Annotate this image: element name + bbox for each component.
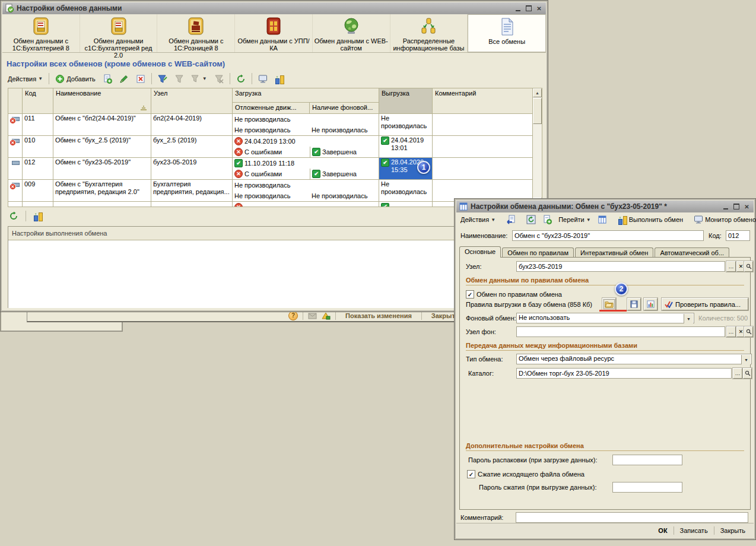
table-row[interactable]: ✕ 011 Обмен с "бп2(24-04-2019)" бп2(24-0… [8,114,542,136]
header-comment[interactable]: Комментарий [433,88,532,113]
goto-menu-button[interactable]: Перейти▼ [556,215,593,224]
catalog-select-button[interactable]: … [733,368,742,379]
tab-main[interactable]: Основные [459,246,501,258]
close-button[interactable]: ✕ [742,203,751,211]
show-changes-button[interactable]: Показать изменения [341,312,417,319]
compress-password-input[interactable] [612,482,682,493]
code-input[interactable] [726,230,750,241]
launcher-label: Обмен данными с УПП/КА [235,37,312,52]
reread-button[interactable] [504,214,518,226]
maximize-button[interactable] [732,203,741,211]
actions-menu-button[interactable]: Действия▼ [458,215,498,224]
filter-by-value-button[interactable]: ▼ [189,73,209,85]
launcher-item-all-exchanges[interactable]: Все обмены [468,14,546,52]
launcher-item-accounting8[interactable]: Обмен данными с 1С:Бухгалтерией 8 [2,14,80,52]
catalog-input[interactable] [516,368,732,379]
header-icon-column[interactable] [8,88,23,113]
node-bg-select-button[interactable]: … [726,326,736,337]
header-load-background[interactable]: Наличие фоновой... [310,103,379,113]
exchange-sort-button[interactable]: ↕ [31,210,45,222]
background-exchange-row: Фоновый обмен: Не использовать▼ Количест… [460,312,750,324]
add-button[interactable]: Добавить [53,73,98,85]
success-icon: ✔ [381,136,389,145]
delete-button[interactable] [134,73,148,85]
compress-checkbox[interactable]: ✓ [467,470,475,478]
minimize-button[interactable] [513,5,522,12]
close-button[interactable]: ✕ [535,5,544,12]
node-open-button[interactable] [744,261,753,272]
save-rules-button[interactable] [627,298,641,310]
refresh-settings-button[interactable] [7,210,21,222]
table-row[interactable]: 012 Обмен с "бух23-05-2019" бух23-05-201… [8,158,542,180]
node-bg-input[interactable] [516,326,725,337]
copy-button[interactable] [540,214,554,226]
divider [151,73,152,84]
exchange-sort-icon: ↕ [275,74,284,84]
actions-menu-button[interactable]: Действия▼ [5,74,45,84]
refresh-button[interactable] [524,214,538,226]
cell-node: бп2(24-04-2019) [151,114,233,135]
setup-filter-button[interactable] [155,73,170,85]
node-select-button[interactable]: … [726,261,736,272]
refresh-icon [9,211,18,221]
background-exchange-select[interactable]: Не использовать▼ [516,313,694,323]
scroll-thumb[interactable] [533,98,542,124]
tab-interactive-exchange[interactable]: Интерактивный обмен [575,247,653,258]
launcher-item-retail8[interactable]: Обмен данными с 1С:Розницей 8 [157,14,235,52]
report-icon [647,300,655,308]
monitor-button[interactable] [256,73,270,85]
dropdown-arrow-icon[interactable]: ▼ [741,355,751,364]
minimize-button[interactable] [721,203,730,211]
check-rules-icon [665,301,673,308]
tab-automatic-exchange[interactable]: Автоматический об... [655,247,729,258]
vertical-scrollbar[interactable]: ▲ ▼ [532,88,542,207]
launcher-item-accounting20[interactable]: Обмен данными с1С:Бухгалтерией ред 2.0 [80,14,158,52]
node-bg-open-button[interactable] [744,326,753,337]
clear-filter-button[interactable] [212,73,226,85]
rules-info-button[interactable] [644,298,657,310]
exchange-sort-button[interactable]: ↕ [272,73,287,85]
launcher-item-upp-ka[interactable]: Обмен данными с УПП/КА [235,14,313,52]
close-button-dialog[interactable]: Закрыть [716,526,750,535]
save-button[interactable]: Записать [675,526,713,535]
node-input[interactable] [516,261,725,272]
header-load[interactable]: Загрузка Отложенные движ... Наличие фоно… [233,88,379,113]
launcher-label: Все обмены [488,38,525,45]
annotation-step-2-badge: 2 [615,282,628,296]
add-copy-button[interactable] [100,73,115,85]
dialog-tabs: Основные Обмен по правилам Интерактивный… [459,246,729,258]
maximize-button[interactable] [524,5,533,12]
code-label: Код: [709,232,722,239]
header-code[interactable]: Код [23,88,53,113]
scroll-up-arrow[interactable]: ▲ [533,88,542,97]
header-upload[interactable]: Выгрузка [379,88,433,113]
header-name[interactable]: Наименование [53,88,151,113]
refresh-button[interactable] [234,73,248,85]
filter-button[interactable] [172,73,186,85]
tab-panel-main: Узел: … ✕ Обмен данными по правилам обме… [459,257,751,510]
dropdown-arrow-icon[interactable]: ▼ [684,314,693,323]
launcher-item-web[interactable]: Обмен данными с WEB-сайтом [313,14,390,52]
check-rules-button[interactable]: Проверить правила... [662,298,748,310]
ok-button[interactable]: ОК [653,526,672,535]
unpack-password-input[interactable] [612,455,682,465]
header-node[interactable]: Узел [151,88,233,113]
edit-button[interactable] [117,73,131,85]
magnifier-icon [746,264,752,269]
comment-input[interactable] [516,512,748,523]
run-exchange-button[interactable]: ↕Выполнить обмен [615,214,685,226]
tab-rules-exchange[interactable]: Обмен по правилам [502,247,574,258]
catalog-open-button[interactable] [743,368,752,379]
table-view-button[interactable] [595,214,609,226]
copy-plus-icon [542,215,552,224]
exchange-monitor-button[interactable]: Монитор обменов [691,214,756,226]
cell-upload: ✔24.04.2019 13:01 [379,136,433,157]
exchange-type-select[interactable]: Обмен через файловый ресурс▼ [516,354,752,364]
list-toolbar: Действия▼ Добавить ▼ ↕ [5,72,287,85]
load-rules-file-button[interactable] [602,298,616,310]
header-load-deferred[interactable]: Отложенные движ... [233,103,310,113]
name-input[interactable] [512,230,704,241]
compress-checkbox-row: ✓ Сжатие исходящего файла обмена [460,468,750,480]
table-row[interactable]: ✕ 010 Обмен с "бух_2.5 (2019)" бух_2.5 (… [8,136,542,158]
launcher-item-distributed[interactable]: Распределенные информационные базы [390,14,468,52]
